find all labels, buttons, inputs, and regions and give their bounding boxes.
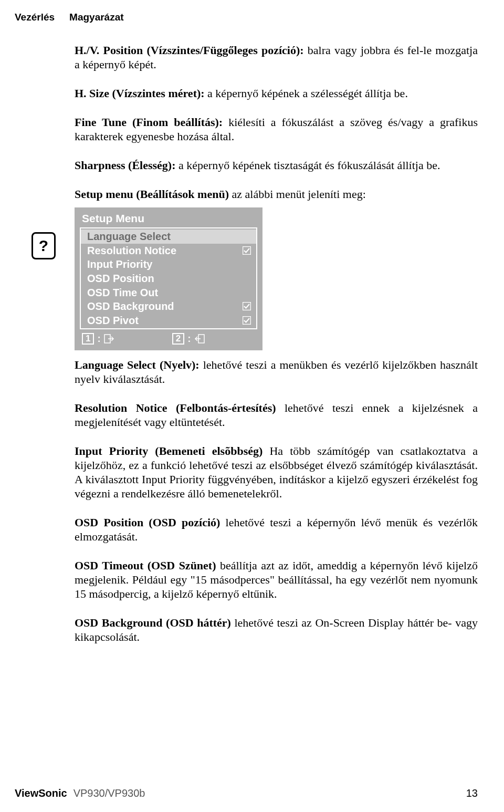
osd-item-list: Language Select Resolution Notice Input … (80, 227, 257, 329)
osd-item-osd-time-out: OSD Time Out (81, 286, 256, 300)
osd-item-osd-pivot: OSD Pivot (81, 314, 256, 328)
svg-rect-1 (243, 303, 251, 310)
osd-setup-menu: Setup Menu Language Select Resolution No… (75, 207, 262, 350)
osd-item-input-priority: Input Priority (81, 257, 256, 272)
paragraph-sharpness: Sharpness (Élesség): a képernyő képének … (75, 158, 478, 172)
paragraph-input-priority: Input Priority (Bemeneti elsõbbség) Ha t… (75, 444, 478, 501)
header-explanation: Magyarázat (69, 12, 124, 23)
osd-foot-2: 2 : (172, 332, 205, 345)
checkbox-icon (243, 302, 251, 310)
page-footer: ViewSonic VP930/VP930b 13 (15, 787, 478, 799)
footer-brand: ViewSonic (15, 787, 67, 799)
paragraph-osd-timeout: OSD Timeout (OSD Szünet) beállítja azt a… (75, 558, 478, 601)
osd-foot-1: 1 : (82, 332, 114, 345)
osd-footer: 1 : 2 : (82, 332, 257, 345)
enter-icon (194, 334, 205, 343)
paragraph-h-size: H. Size (Vízszintes méret): a képernyő k… (75, 86, 478, 100)
paragraph-language-select: Language Select (Nyelv): lehetővé teszi … (75, 358, 478, 386)
osd-item-osd-position: OSD Position (81, 272, 256, 286)
checkbox-icon (243, 246, 251, 255)
paragraph-osd-background: OSD Background (OSD háttér) lehetővé tes… (75, 616, 478, 644)
paragraph-hv-position: H./V. Position (Vízszintes/Függőleges po… (75, 43, 478, 71)
footer-model: VP930/VP930b (74, 787, 145, 799)
exit-icon (104, 334, 114, 343)
osd-item-resolution-notice: Resolution Notice (81, 244, 256, 258)
paragraph-setup-intro: Setup menu (Beállítások menü) az alábbi … (75, 187, 478, 201)
paragraph-resolution-notice: Resolution Notice (Felbontás-értesítés) … (75, 401, 478, 429)
column-headers: Vezérlés Magyarázat (15, 12, 478, 23)
checkbox-icon (243, 316, 251, 325)
osd-item-language-select: Language Select (81, 230, 256, 244)
header-control: Vezérlés (15, 12, 55, 23)
paragraph-fine-tune: Fine Tune (Finom beállítás): kiélesíti a… (75, 115, 478, 143)
osd-title: Setup Menu (82, 212, 257, 225)
body-content: H./V. Position (Vízszintes/Függőleges po… (75, 43, 478, 644)
footer-page-number: 13 (466, 787, 478, 799)
paragraph-osd-position: OSD Position (OSD pozíció) lehetővé tesz… (75, 515, 478, 544)
svg-rect-2 (243, 317, 251, 325)
svg-rect-0 (243, 247, 251, 255)
question-mark-icon: ? (32, 232, 56, 259)
osd-item-osd-background: OSD Background (81, 299, 256, 314)
